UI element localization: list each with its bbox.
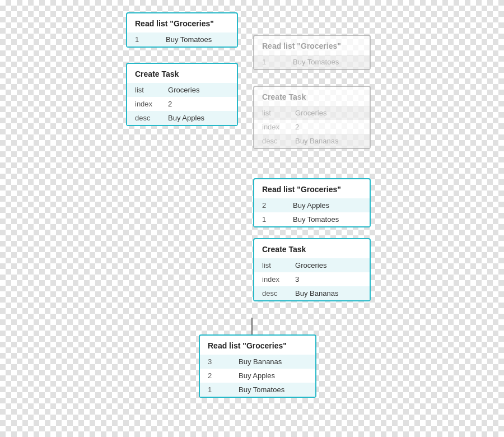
field-key: list bbox=[254, 106, 287, 120]
card1-create-title: Create Task bbox=[127, 64, 237, 83]
table-row: 1 Buy Tomatoes bbox=[200, 383, 315, 397]
card3-create-task: Create Task list Groceries index 3 desc … bbox=[253, 238, 371, 301]
row-index: 1 bbox=[254, 55, 285, 69]
row-index: 2 bbox=[200, 369, 231, 383]
table-row: list Groceries bbox=[127, 83, 237, 97]
connector-line bbox=[251, 318, 253, 334]
table-row: desc Buy Bananas bbox=[254, 286, 370, 300]
field-key: list bbox=[127, 83, 160, 97]
card2-read-title: Read list "Groceries" bbox=[254, 36, 370, 55]
row-index: 2 bbox=[254, 198, 285, 212]
field-value: 2 bbox=[287, 120, 370, 134]
table-row: 1 Buy Tomatoes bbox=[127, 32, 237, 47]
card2-create-table: list Groceries index 2 desc Buy Bananas bbox=[254, 106, 370, 148]
card2-create-title: Create Task bbox=[254, 87, 370, 106]
card1-read-table: 1 Buy Tomatoes bbox=[127, 32, 237, 47]
field-key: desc bbox=[127, 111, 160, 125]
card3-create-title: Create Task bbox=[254, 239, 370, 258]
row-desc: Buy Tomatoes bbox=[231, 383, 315, 397]
card1-create-table: list Groceries index 2 desc Buy Apples bbox=[127, 83, 237, 125]
row-desc: Buy Tomatoes bbox=[158, 32, 237, 47]
table-row: list Groceries bbox=[254, 258, 370, 272]
field-key: desc bbox=[254, 286, 287, 300]
row-desc: Buy Bananas bbox=[231, 355, 315, 369]
card4-read-groceries: Read list "Groceries" 3 Buy Bananas 2 Bu… bbox=[199, 334, 316, 398]
card3-read-groceries: Read list "Groceries" 2 Buy Apples 1 Buy… bbox=[253, 178, 371, 227]
card1-read-groceries: Read list "Groceries" 1 Buy Tomatoes bbox=[126, 12, 238, 48]
table-row: list Groceries bbox=[254, 106, 370, 120]
row-desc: Buy Tomatoes bbox=[285, 55, 370, 69]
field-value: 3 bbox=[287, 272, 370, 286]
field-key: index bbox=[127, 97, 160, 111]
field-value: Groceries bbox=[287, 106, 370, 120]
card2-create-task: Create Task list Groceries index 2 desc … bbox=[253, 86, 371, 149]
card1-read-title: Read list "Groceries" bbox=[127, 13, 237, 32]
card4-read-table: 3 Buy Bananas 2 Buy Apples 1 Buy Tomatoe… bbox=[200, 355, 315, 397]
table-row: 1 Buy Tomatoes bbox=[254, 212, 370, 226]
table-row: 1 Buy Tomatoes bbox=[254, 55, 370, 69]
table-row: 3 Buy Bananas bbox=[200, 355, 315, 369]
table-row: 2 Buy Apples bbox=[254, 198, 370, 212]
row-index: 1 bbox=[200, 383, 231, 397]
field-value: Groceries bbox=[287, 258, 370, 272]
field-key: desc bbox=[254, 134, 287, 148]
table-row: index 3 bbox=[254, 272, 370, 286]
field-value: Buy Bananas bbox=[287, 286, 370, 300]
card1-create-task: Create Task list Groceries index 2 desc … bbox=[126, 63, 238, 126]
table-row: desc Buy Bananas bbox=[254, 134, 370, 148]
card2-read-groceries: Read list "Groceries" 1 Buy Tomatoes bbox=[253, 35, 371, 70]
field-value: 2 bbox=[160, 97, 237, 111]
field-value: Groceries bbox=[160, 83, 237, 97]
row-index: 3 bbox=[200, 355, 231, 369]
card2-read-table: 1 Buy Tomatoes bbox=[254, 55, 370, 69]
row-desc: Buy Apples bbox=[231, 369, 315, 383]
card3-read-table: 2 Buy Apples 1 Buy Tomatoes bbox=[254, 198, 370, 226]
row-desc: Buy Apples bbox=[285, 198, 370, 212]
row-index: 1 bbox=[254, 212, 285, 226]
row-index: 1 bbox=[127, 32, 158, 47]
card4-read-title: Read list "Groceries" bbox=[200, 336, 315, 355]
table-row: 2 Buy Apples bbox=[200, 369, 315, 383]
table-row: index 2 bbox=[127, 97, 237, 111]
field-key: list bbox=[254, 258, 287, 272]
field-key: index bbox=[254, 120, 287, 134]
table-row: desc Buy Apples bbox=[127, 111, 237, 125]
row-desc: Buy Tomatoes bbox=[285, 212, 370, 226]
field-value: Buy Apples bbox=[160, 111, 237, 125]
field-value: Buy Bananas bbox=[287, 134, 370, 148]
field-key: index bbox=[254, 272, 287, 286]
card3-create-table: list Groceries index 3 desc Buy Bananas bbox=[254, 258, 370, 300]
card3-read-title: Read list "Groceries" bbox=[254, 179, 370, 198]
table-row: index 2 bbox=[254, 120, 370, 134]
